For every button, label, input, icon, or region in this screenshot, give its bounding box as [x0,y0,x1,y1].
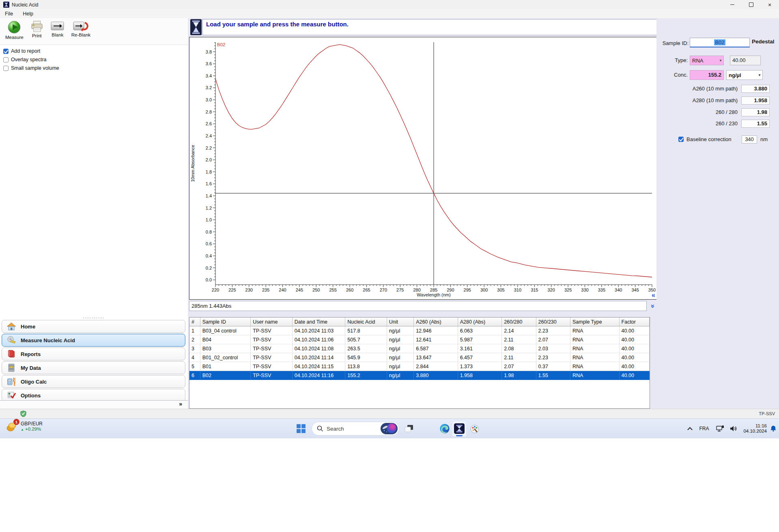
expand-readout-icon[interactable]: » [648,301,657,311]
network-icon[interactable] [716,425,724,432]
volume-icon[interactable] [730,425,738,432]
column-header[interactable]: Factor [619,317,649,326]
column-header[interactable]: Nucleic Acid [345,317,387,326]
splitter-handle[interactable]: ·········· [0,317,188,320]
small-sample-volume-checkbox[interactable] [3,66,9,71]
maximize-button[interactable] [742,0,760,9]
measure-icon [7,20,21,34]
table-row[interactable]: 3B03TP-SSV04.10.2024 11:08263.5ng/µl6.58… [189,344,650,353]
table-row[interactable]: 1B03_04 controlTP-SSV04.10.2024 11:03517… [189,326,650,335]
table-cell: RNA [570,362,619,371]
table-cell: B01 [200,362,251,371]
svg-text:285: 285 [430,287,437,292]
column-header[interactable]: # [189,317,200,326]
toolbar-button-label: Re-Blank [71,32,90,37]
baseline-correction-checkbox[interactable] [678,137,684,142]
app-window: Nucleic Acid × FileHelp MeasurePrintBlan… [0,0,779,418]
spectrum-chart[interactable]: 2202252302352402452502552602652702752802… [189,37,657,300]
unit-select[interactable]: ng/µl ▾ [726,70,763,80]
overlay-spectra-option[interactable]: Overlay spectra [3,56,59,63]
paint-app-icon[interactable] [467,420,482,437]
small-sample-volume-option[interactable]: Small sample volume [3,64,59,72]
table-cell: 1.55 [536,371,570,380]
svg-text:0.4: 0.4 [206,253,212,258]
overlay-spectra-checkbox[interactable] [3,57,9,62]
language-indicator[interactable]: FRA [699,426,709,431]
sidebar-item-oligo-calc[interactable]: Oligo Calc [2,375,185,388]
notification-bell-icon[interactable] [770,425,777,432]
table-cell: ng/µl [387,344,413,353]
start-button[interactable] [296,424,306,433]
table-cell: 5.987 [458,335,502,344]
nucleic-acid-app-icon[interactable] [452,420,467,437]
table-row[interactable]: 4B01_02_controlTP-SSV04.10.2024 11:14545… [189,353,650,362]
table-cell: 12.641 [414,335,458,344]
svg-text:335: 335 [598,287,605,292]
table-cell: 113.8 [345,362,387,371]
collapse-chart-icon[interactable]: « [652,292,655,298]
column-header[interactable]: Sample ID [200,317,251,326]
column-header[interactable]: Sample Type [570,317,619,326]
add-to-report-option[interactable]: Add to report [3,47,59,55]
svg-text:280: 280 [413,287,420,292]
column-header[interactable]: A280 (Abs) [458,317,502,326]
sidebar-item-home[interactable]: Home [2,320,185,333]
title-bar[interactable]: Nucleic Acid × [0,0,779,9]
table-cell: 6.457 [458,353,502,362]
taskbar-widget[interactable]: 1 GBP/EUR ▲+0.29% [6,420,43,433]
expand-chevron-icon[interactable]: » [179,401,182,407]
type-select[interactable]: RNA ▾ [690,56,724,65]
instruction-message: Load your sample and press the measure b… [206,21,349,28]
table-cell: 517.8 [345,326,387,335]
table-cell: 40.00 [619,335,649,344]
tray-overflow-chevron-icon[interactable] [688,427,692,431]
edge-browser-icon[interactable] [437,420,452,437]
sidebar-footer: » [0,400,188,409]
unit-dropdown-icon[interactable]: ▾ [757,71,762,79]
table-cell: 40.00 [619,326,649,335]
cursor-readout: 285nm 1.443Abs [189,301,647,311]
table-cell: 263.5 [345,344,387,353]
table-cell: 6.063 [458,326,502,335]
sidebar-item-my-data[interactable]: My Data [2,361,185,374]
menu-help[interactable]: Help [18,9,38,18]
table-cell: 2 [189,335,200,344]
toolbar-button-label: Blank [52,32,63,37]
svg-text:0.0: 0.0 [206,277,212,282]
table-row[interactable]: 2B04TP-SSV04.10.2024 11:06505.7ng/µl12.6… [189,335,650,344]
currency-pair: GBP/EUR [21,421,43,427]
close-button[interactable]: × [760,0,779,9]
type-label: Type: [675,56,688,65]
add-to-report-checkbox[interactable] [3,49,9,54]
table-cell: 6 [189,371,200,380]
blank-button[interactable]: Blank [47,19,68,38]
table-row[interactable]: 6B02TP-SSV04.10.2024 11:16155.2ng/µl3.88… [189,371,650,380]
svg-text:0.6: 0.6 [206,241,212,246]
task-view-icon[interactable] [404,424,414,433]
column-header[interactable]: Unit [387,317,413,326]
column-header[interactable]: Date and Time [292,317,345,326]
sidebar-item-reports[interactable]: Reports [2,348,185,360]
type-dropdown-icon[interactable]: ▾ [717,56,723,65]
svg-text:1.6: 1.6 [206,181,212,186]
column-header[interactable]: User name [251,317,292,326]
sidebar-item-measure-nucleic-acid[interactable]: Measure Nucleic Acid [2,334,185,347]
menu-file[interactable]: File [0,9,18,18]
sample-id-input[interactable]: B02 [690,38,750,47]
column-header[interactable]: 260/280 [502,317,536,326]
minimize-button[interactable] [723,0,742,9]
clock[interactable]: 11:16 04.10.2024 [743,423,767,434]
measure-button[interactable]: Measure [2,19,26,41]
table-row[interactable]: 5B01TP-SSV04.10.2024 11:15113.8ng/µl2.84… [189,362,650,371]
column-header[interactable]: A260 (Abs) [414,317,458,326]
sidebar-item-label: Reports [21,351,41,357]
notification-badge: 1 [13,419,19,425]
column-header[interactable]: 260/230 [536,317,570,326]
factor-input[interactable]: 40.00 [730,56,761,65]
print-button[interactable]: Print [27,19,47,39]
search-input[interactable]: Search [312,422,399,435]
baseline-wavelength-input[interactable]: 340 [742,135,757,144]
reblank-button[interactable]: Re-Blank [69,19,93,38]
search-highlight-image[interactable] [381,423,398,434]
spectrum-plot[interactable]: 2202252302352402452502552602652702752802… [189,37,657,299]
